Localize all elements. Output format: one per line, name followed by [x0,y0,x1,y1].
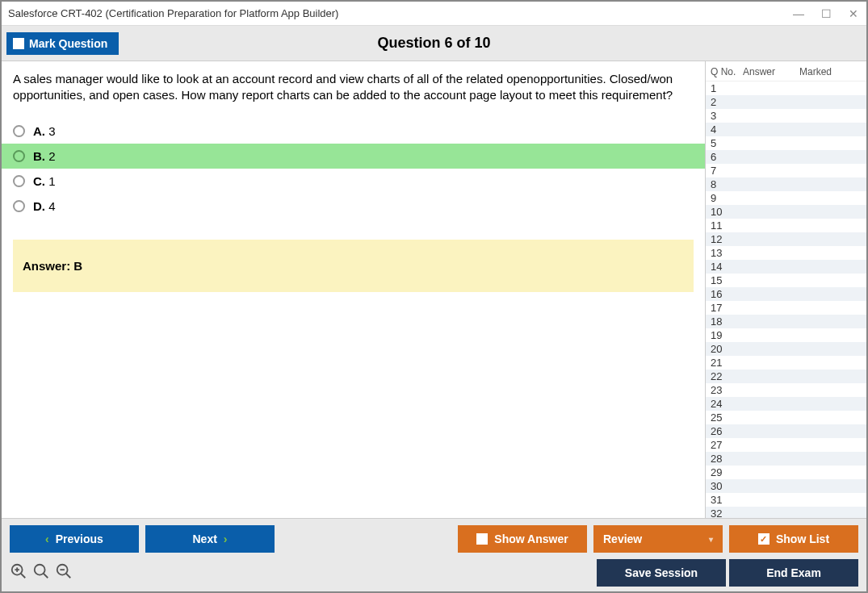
close-icon[interactable]: ✕ [847,7,860,20]
question-row[interactable]: 27 [706,438,866,452]
mark-question-label: Mark Question [29,37,107,50]
question-row[interactable]: 24 [706,397,866,411]
row-qno: 32 [711,507,743,518]
sidebar-rows[interactable]: 1234567891011121314151617181920212223242… [706,81,866,518]
questions-sidebar: Q No. Answer Marked 12345678910111213141… [705,61,866,518]
svg-line-5 [44,573,48,578]
question-counter: Question 6 of 10 [377,35,490,52]
col-answer: Answer [743,66,799,77]
svg-line-7 [66,573,71,578]
question-header: Mark Question Question 6 of 10 [2,26,866,61]
question-row[interactable]: 21 [706,356,866,370]
row-qno: 9 [711,192,743,204]
row-qno: 10 [711,206,743,218]
row-qno: 19 [711,329,743,341]
question-row[interactable]: 12 [706,232,866,246]
previous-button[interactable]: ‹ Previous [10,525,139,553]
row-qno: 31 [711,494,743,506]
checkbox-icon [476,533,488,545]
next-button[interactable]: Next › [145,525,275,553]
review-label: Review [603,532,642,545]
zoom-controls [10,562,73,584]
row-qno: 24 [711,398,743,410]
window-controls: — ☐ ✕ [792,7,860,20]
question-row[interactable]: 31 [706,493,866,507]
titlebar: Salesforce CRT-402 (Certification Prepar… [2,2,866,26]
question-row[interactable]: 15 [706,274,866,287]
question-row[interactable]: 32 [706,507,866,518]
question-row[interactable]: 8 [706,177,866,191]
radio-icon [13,200,25,212]
radio-icon [13,125,25,137]
footer-row-1: ‹ Previous Next › Show Answer Review ▾ ✓… [10,525,858,553]
option-c[interactable]: C. 1 [2,169,705,194]
footer: ‹ Previous Next › Show Answer Review ▾ ✓… [2,518,866,591]
question-row[interactable]: 20 [706,342,866,356]
question-row[interactable]: 22 [706,370,866,383]
mark-question-button[interactable]: Mark Question [6,32,119,55]
question-row[interactable]: 10 [706,205,866,219]
svg-point-4 [35,564,45,574]
row-qno: 28 [711,453,743,465]
question-row[interactable]: 14 [706,260,866,274]
row-qno: 21 [711,357,743,369]
previous-label: Previous [56,532,103,545]
question-row[interactable]: 19 [706,328,866,342]
question-row[interactable]: 9 [706,191,866,205]
col-marked: Marked [799,66,863,77]
question-row[interactable]: 16 [706,287,866,301]
row-qno: 6 [711,151,743,163]
zoom-out-icon[interactable] [55,562,73,584]
minimize-icon[interactable]: — [792,7,805,20]
row-qno: 26 [711,425,743,437]
question-row[interactable]: 5 [706,136,866,150]
question-row[interactable]: 23 [706,383,866,397]
option-d[interactable]: D. 4 [2,194,705,219]
option-a[interactable]: A. 3 [2,119,705,144]
question-row[interactable]: 18 [706,315,866,328]
save-session-button[interactable]: Save Session [597,559,726,587]
question-row[interactable]: 17 [706,301,866,315]
question-row[interactable]: 2 [706,95,866,109]
end-exam-button[interactable]: End Exam [729,559,858,587]
row-qno: 18 [711,315,743,328]
svg-line-1 [21,573,26,578]
zoom-in-icon[interactable] [10,562,27,584]
question-row[interactable]: 13 [706,246,866,260]
question-row[interactable]: 11 [706,219,866,232]
show-answer-button[interactable]: Show Answer [458,525,587,553]
app-window: Salesforce CRT-402 (Certification Prepar… [0,0,868,593]
show-list-label: Show List [776,532,829,545]
review-button[interactable]: Review ▾ [593,525,723,553]
main-panel: A sales manager would like to look at an… [2,61,705,518]
show-list-button[interactable]: ✓ Show List [729,525,858,553]
window-title: Salesforce CRT-402 (Certification Prepar… [8,7,338,19]
question-row[interactable]: 3 [706,109,866,123]
row-qno: 5 [711,137,743,149]
maximize-icon[interactable]: ☐ [820,7,832,20]
zoom-reset-icon[interactable] [32,562,50,584]
option-b[interactable]: B. 2 [2,144,705,169]
row-qno: 15 [711,274,743,286]
question-row[interactable]: 28 [706,452,866,466]
question-row[interactable]: 7 [706,164,866,177]
row-qno: 13 [711,247,743,259]
question-row[interactable]: 26 [706,424,866,438]
question-row[interactable]: 1 [706,81,866,95]
row-qno: 22 [711,370,743,382]
chevron-left-icon: ‹ [45,532,49,545]
question-row[interactable]: 29 [706,466,866,479]
row-qno: 29 [711,466,743,478]
chevron-right-icon: › [224,532,228,545]
row-qno: 11 [711,219,743,232]
row-qno: 30 [711,480,743,492]
row-qno: 20 [711,343,743,355]
radio-icon [13,150,25,162]
option-label: B. 2 [33,149,56,163]
question-row[interactable]: 4 [706,123,866,136]
question-row[interactable]: 6 [706,150,866,164]
question-row[interactable]: 25 [706,411,866,424]
dropdown-icon: ▾ [709,535,713,544]
question-row[interactable]: 30 [706,479,866,493]
question-text: A sales manager would like to look at an… [2,71,705,104]
